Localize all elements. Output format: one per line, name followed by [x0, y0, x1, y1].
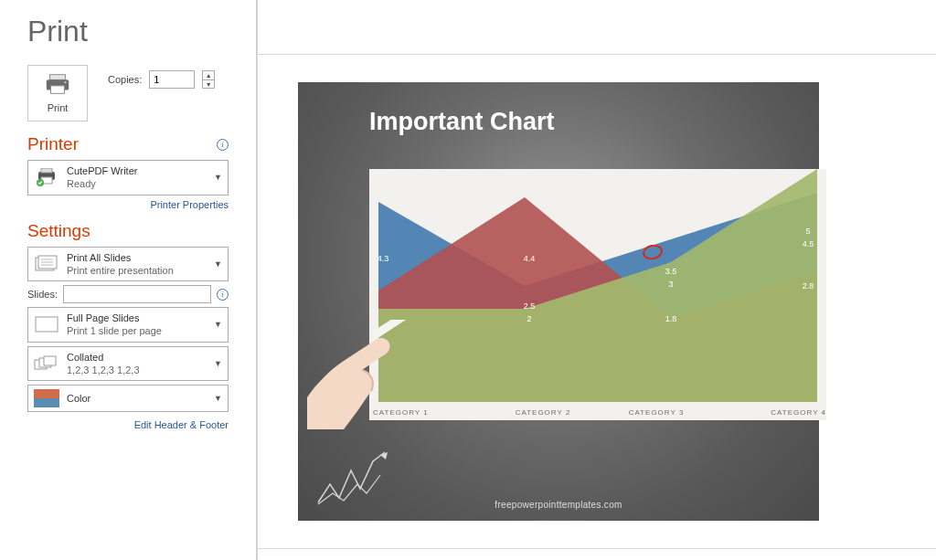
slide-layout-icon	[34, 316, 59, 333]
slides-input[interactable]	[63, 285, 211, 303]
printer-name: CutePDF Writer	[67, 164, 207, 177]
chevron-down-icon: ▼	[214, 173, 222, 182]
color-swatch-icon	[34, 389, 59, 407]
chart: 4.3 4.4 2.5 2 3.5 3 1.8 5 4.5 2.8 CATEGO…	[369, 169, 826, 420]
printer-dropdown[interactable]: CutePDF Writer Ready ▼	[27, 160, 229, 195]
printer-status: Ready	[67, 177, 207, 190]
svg-rect-16	[44, 356, 56, 365]
svg-rect-20	[371, 320, 408, 340]
chevron-down-icon: ▼	[214, 394, 222, 403]
settings-heading: Settings	[27, 221, 90, 241]
layout-dropdown[interactable]: Full Page Slides Print 1 slide per page …	[27, 307, 229, 343]
collate-icon	[34, 355, 59, 372]
printer-icon	[44, 73, 71, 99]
edit-header-footer-link[interactable]: Edit Header & Footer	[27, 419, 229, 430]
chevron-down-icon: ▼	[214, 320, 222, 329]
copies-input[interactable]	[149, 70, 195, 89]
page-title: Print	[27, 15, 229, 48]
print-button-label: Print	[48, 102, 69, 113]
print-preview-area: Important Chart 4.3 4.4 2.5 2 3.5 3	[256, 0, 936, 560]
hand-pointing-image	[307, 320, 417, 429]
printer-heading: Printer	[27, 134, 79, 154]
copies-label: Copies:	[108, 74, 142, 85]
svg-rect-2	[51, 86, 65, 93]
printer-device-icon	[34, 168, 59, 186]
chevron-down-icon: ▼	[214, 359, 222, 368]
copies-up[interactable]: ▲	[202, 70, 215, 79]
info-icon[interactable]: i	[217, 289, 229, 301]
info-icon[interactable]: i	[217, 139, 229, 151]
slide-url: freepowerpointtemplates.com	[298, 500, 819, 510]
print-sidebar: Print Print Copies: ▲ ▼ Printer i	[0, 0, 256, 560]
copies-down[interactable]: ▼	[202, 79, 215, 89]
collate-dropdown[interactable]: Collated 1,2,3 1,2,3 1,2,3 ▼	[27, 346, 229, 382]
svg-rect-13	[36, 317, 58, 332]
color-dropdown[interactable]: Color ▼	[27, 385, 229, 412]
printer-properties-link[interactable]: Printer Properties	[27, 199, 229, 210]
chart-x-labels: CATEGORY 1 CATEGORY 2 CATEGORY 3 CATEGOR…	[369, 408, 826, 417]
svg-point-3	[64, 81, 66, 83]
slides-stack-icon	[34, 255, 59, 273]
print-what-dropdown[interactable]: Print All Slides Print entire presentati…	[27, 247, 229, 282]
svg-rect-5	[41, 168, 52, 173]
svg-rect-0	[50, 75, 66, 80]
slide-preview: Important Chart 4.3 4.4 2.5 2 3.5 3	[298, 82, 819, 521]
chart-title: Important Chart	[298, 82, 819, 136]
chevron-down-icon: ▼	[214, 259, 222, 269]
slides-label: Slides:	[27, 289, 58, 300]
print-button[interactable]: Print	[27, 65, 88, 122]
